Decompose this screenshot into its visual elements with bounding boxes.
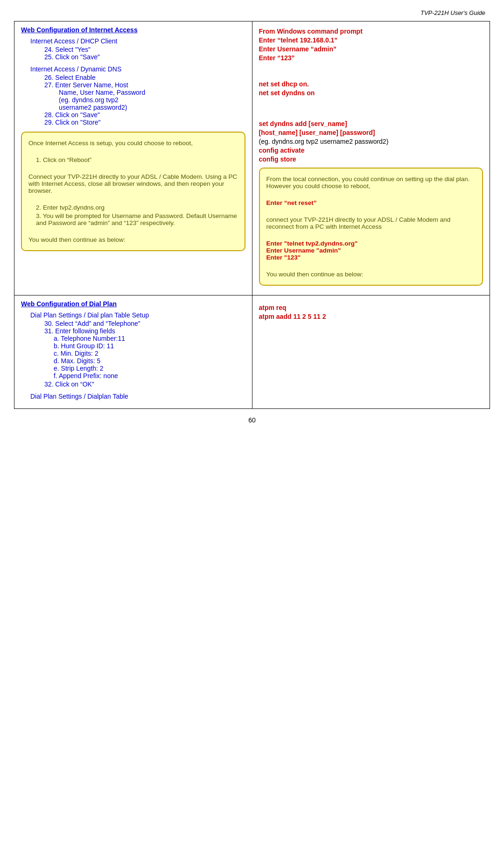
right-yellow-text2: connect your TVP-221H directly to your A…	[266, 216, 476, 230]
dial-plan-subsection: Dial Plan Settings / Dial plan Table Set…	[30, 311, 245, 319]
sub-item-f: f. Append Prefix: none	[54, 372, 245, 380]
page-header: TVP-221H User's Guide	[14, 9, 490, 16]
item31: 31. Enter following fields	[44, 327, 245, 335]
right-line1: From Windows command prompt	[259, 28, 483, 35]
right-line4: Enter “123”	[259, 54, 483, 62]
dial-cmds-block: atpm req atpm aadd 11 2 5 11 2	[259, 304, 483, 320]
sub-item-e: e. Strip Length: 2	[54, 365, 245, 372]
right-yellow-text1: From the local connection, you could con…	[266, 176, 476, 190]
dyndns-line1: set dyndns add [serv_name]	[259, 120, 483, 127]
web-config-title: Web Configuration of Internet Access	[21, 26, 245, 34]
right-top-block: From Windows command prompt Enter “telne…	[259, 28, 483, 62]
right-yellow-bold1: Enter “net reset”	[266, 199, 476, 206]
yellow-item2: 2. Enter tvp2.dyndns.org	[36, 204, 238, 211]
page-number: 60	[248, 416, 256, 424]
right-col-dial: atpm req atpm aadd 11 2 5 11 2	[252, 295, 490, 409]
dial-plan-title: Web Configuration of Dial Plan	[21, 300, 245, 308]
item25: 25. Click on "Save"	[44, 53, 245, 61]
yellow-item3: 3. You will be prompted for Username and…	[36, 212, 238, 226]
item28: 28. Click on "Save"	[44, 111, 245, 119]
dyndns-cmds-block: set dyndns add [serv_name] [host_name] […	[259, 120, 483, 163]
right-yellow-bold2: Enter "telnet tvp2.dyndns.org"Enter User…	[266, 240, 476, 261]
item24: 24. Select "Yes"	[44, 46, 245, 53]
right-line2: Enter “telnet 192.168.0.1”	[259, 36, 483, 44]
item32: 32. Click on “OK”	[44, 380, 245, 388]
yellow-item1: 1. Click on “Reboot”	[36, 156, 238, 163]
dyndns-line2: [host_name] [user_name] [password]	[259, 129, 483, 136]
item29: 29. Click on "Store"	[44, 119, 245, 126]
dial-cmd2: atpm aadd 11 2 5 11 2	[259, 313, 483, 320]
page-wrapper: TVP-221H User's Guide Web Configuration …	[0, 0, 504, 851]
subsection2: Internet Access / Dynamic DNS	[30, 65, 245, 73]
sub-item-d: d. Max. Digits: 5	[54, 357, 245, 365]
sub-item-b: b. Hunt Group ID: 11	[54, 342, 245, 350]
sub-item-a: a. Telephone Number:11	[54, 335, 245, 342]
right-line3: Enter Username “admin”	[259, 45, 483, 53]
page-title: TVP-221H User's Guide	[420, 9, 485, 16]
dyndns-line4: config activate	[259, 147, 483, 154]
sub-item-c: c. Min. Digits: 2	[54, 350, 245, 357]
yellow-continue: You would then continue as below:	[28, 236, 238, 243]
net-cmd2: net set dyndns on	[259, 89, 483, 97]
dyndns-line5: config store	[259, 155, 483, 163]
yellow-intro: Once Internet Access is setup, you could…	[28, 140, 238, 147]
dyndns-line3: (eg. dyndns.org tvp2 username2 password2…	[259, 138, 483, 145]
left-col-top: Web Configuration of Internet Access Int…	[14, 21, 252, 295]
page-footer: 60	[14, 416, 490, 424]
right-col-top: From Windows command prompt Enter “telne…	[252, 21, 490, 295]
left-yellow-box: Once Internet Access is setup, you could…	[21, 132, 245, 251]
dial-plan-bottom: Dial Plan Settings / Dialplan Table	[30, 393, 245, 400]
yellow-connect: Connect your TVP-221H directly to your A…	[28, 173, 238, 194]
item30: 30. Select “Add” and “Telephone”	[44, 320, 245, 327]
net-cmds-block: net set dhcp on. net set dyndns on	[259, 80, 483, 97]
main-table: Web Configuration of Internet Access Int…	[14, 21, 490, 409]
right-yellow-text3: You would then continue as below:	[266, 271, 476, 278]
subsection1: Internet Access / DHCP Client	[30, 37, 245, 45]
item27: 27. Enter Server Name, Host Name, User N…	[44, 81, 245, 111]
net-cmd1: net set dhcp on.	[259, 80, 483, 88]
dial-cmd1: atpm req	[259, 304, 483, 311]
left-col-dial: Web Configuration of Dial Plan Dial Plan…	[14, 295, 252, 409]
right-yellow-box: From the local connection, you could con…	[259, 168, 483, 286]
item26: 26. Select Enable	[44, 74, 245, 81]
